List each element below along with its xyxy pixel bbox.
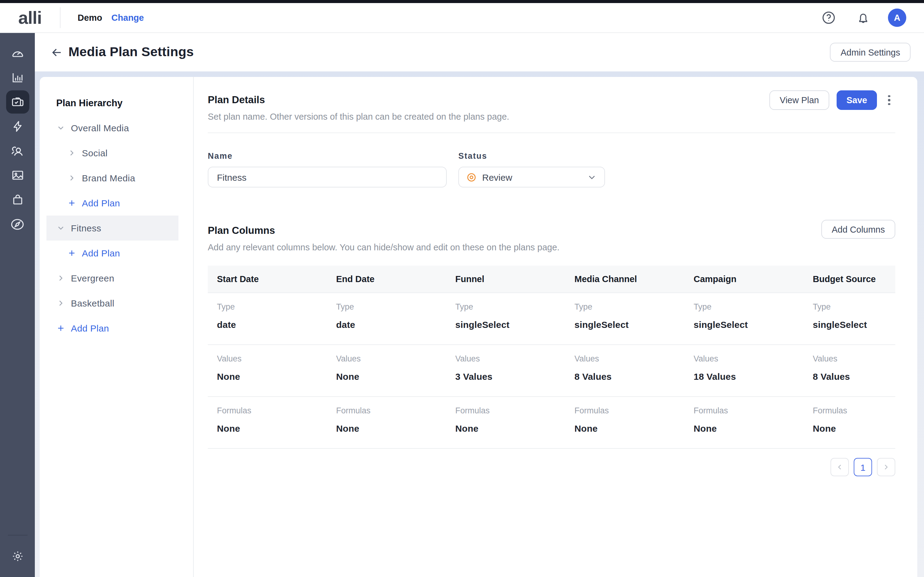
table-cell[interactable]: Type singleSelect bbox=[685, 293, 804, 344]
side-nav-bottom bbox=[0, 535, 35, 577]
user-avatar[interactable]: A bbox=[888, 8, 906, 27]
add-plan-button-root[interactable]: Add Plan bbox=[40, 316, 193, 341]
tree-item-social[interactable]: Social bbox=[40, 140, 193, 166]
save-button[interactable]: Save bbox=[837, 90, 877, 110]
table-cell[interactable]: Values 18 Values bbox=[685, 345, 804, 396]
pagination-page-1[interactable]: 1 bbox=[854, 458, 872, 476]
nav-settings[interactable] bbox=[5, 544, 30, 569]
column-header[interactable]: End Date bbox=[327, 266, 446, 292]
section-divider bbox=[208, 132, 895, 133]
chevron-left-icon bbox=[835, 463, 844, 471]
help-icon bbox=[821, 10, 836, 25]
name-field-group: Name Fitness bbox=[208, 152, 447, 187]
plan-hierarchy-title: Plan Hierarchy bbox=[56, 97, 193, 109]
status-value: Review bbox=[482, 172, 512, 182]
status-field-group: Status Review bbox=[458, 152, 605, 187]
table-cell[interactable]: Formulas None bbox=[446, 397, 565, 448]
kebab-icon bbox=[888, 95, 890, 97]
help-button[interactable] bbox=[821, 10, 837, 26]
pagination-next-button[interactable] bbox=[877, 458, 895, 476]
table-cell[interactable]: Formulas None bbox=[565, 397, 685, 448]
tree-item-label: Fitness bbox=[71, 223, 102, 233]
chevron-right-icon[interactable] bbox=[56, 274, 65, 283]
chevron-down-icon bbox=[587, 172, 597, 182]
add-columns-button[interactable]: Add Columns bbox=[821, 220, 895, 239]
column-header[interactable]: Budget Source bbox=[804, 266, 895, 292]
view-plan-button[interactable]: View Plan bbox=[769, 90, 829, 110]
add-plan-button-overall-media[interactable]: Add Plan bbox=[40, 190, 193, 216]
add-plan-button-fitness[interactable]: Add Plan bbox=[40, 240, 193, 266]
plan-details-header: Plan Details Set plan name. Other versio… bbox=[208, 93, 895, 122]
chevron-down-icon[interactable] bbox=[56, 224, 65, 233]
table-cell[interactable]: Formulas None bbox=[685, 397, 804, 448]
plan-columns-table: Start Date End Date Funnel Media Channel… bbox=[208, 266, 895, 449]
column-header[interactable]: Media Channel bbox=[565, 266, 685, 292]
column-header[interactable]: Funnel bbox=[446, 266, 565, 292]
topbar-actions: A bbox=[821, 8, 924, 27]
nav-activations[interactable] bbox=[5, 114, 30, 139]
table-cell[interactable]: Type singleSelect bbox=[446, 293, 565, 344]
plan-details-subtitle: Set plan name. Other versions of this pl… bbox=[208, 111, 509, 122]
nav-audiences[interactable] bbox=[5, 139, 30, 163]
chevron-right-icon[interactable] bbox=[67, 148, 76, 158]
column-header[interactable]: Start Date bbox=[208, 266, 327, 292]
add-plan-label: Add Plan bbox=[71, 323, 109, 334]
table-cell[interactable]: Formulas None bbox=[208, 397, 327, 448]
table-cell[interactable]: Values 8 Values bbox=[804, 345, 895, 396]
nav-commerce[interactable] bbox=[5, 187, 30, 212]
image-icon bbox=[10, 168, 25, 182]
plus-icon bbox=[56, 324, 65, 333]
name-input[interactable]: Fitness bbox=[208, 167, 447, 187]
shopping-bag-icon bbox=[10, 192, 25, 207]
status-select[interactable]: Review bbox=[458, 167, 605, 187]
logo-text: alli bbox=[18, 9, 42, 27]
pagination-prev-button[interactable] bbox=[830, 458, 849, 476]
side-nav-divider bbox=[8, 535, 27, 535]
app-root: alli Demo Change bbox=[0, 0, 924, 577]
table-pagination: 1 bbox=[208, 458, 895, 476]
tree-item-brand-media[interactable]: Brand Media bbox=[40, 166, 193, 190]
page-title: Media Plan Settings bbox=[68, 45, 194, 60]
table-cell[interactable]: Values 8 Values bbox=[565, 345, 685, 396]
back-arrow-icon bbox=[50, 45, 63, 59]
chevron-right-icon[interactable] bbox=[56, 298, 65, 308]
bar-chart-icon bbox=[10, 70, 25, 85]
status-label: Status bbox=[458, 152, 605, 161]
admin-settings-button[interactable]: Admin Settings bbox=[830, 43, 911, 62]
nav-dashboard[interactable] bbox=[5, 41, 30, 65]
table-cell[interactable]: Values None bbox=[208, 345, 327, 396]
table-cell[interactable]: Values None bbox=[327, 345, 446, 396]
tree-item-overall-media[interactable]: Overall Media bbox=[40, 115, 193, 140]
logo[interactable]: alli bbox=[0, 9, 60, 27]
nav-discover[interactable] bbox=[5, 212, 30, 236]
table-cell[interactable]: Formulas None bbox=[327, 397, 446, 448]
plan-hierarchy-panel: Plan Hierarchy Overall Media Social bbox=[40, 77, 194, 577]
back-button[interactable] bbox=[50, 45, 64, 60]
tree-item-basketball[interactable]: Basketball bbox=[40, 291, 193, 316]
tree-item-evergreen[interactable]: Evergreen bbox=[40, 266, 193, 291]
table-cell[interactable]: Formulas None bbox=[804, 397, 895, 448]
table-cell[interactable]: Type singleSelect bbox=[565, 293, 685, 344]
compass-icon bbox=[10, 216, 25, 232]
plan-columns-title: Plan Columns bbox=[208, 224, 559, 236]
plan-fields: Name Fitness Status bbox=[208, 152, 895, 187]
side-nav bbox=[0, 33, 35, 577]
chevron-right-icon[interactable] bbox=[67, 173, 76, 182]
nav-media-plans[interactable] bbox=[6, 90, 29, 114]
nav-reports[interactable] bbox=[5, 65, 30, 90]
column-header[interactable]: Campaign bbox=[685, 266, 804, 292]
page-background: Plan Hierarchy Overall Media Social bbox=[35, 71, 924, 577]
more-options-button[interactable] bbox=[883, 90, 895, 110]
chevron-down-icon[interactable] bbox=[56, 123, 65, 132]
tree-item-label: Social bbox=[82, 148, 108, 158]
tree-item-fitness[interactable]: Fitness bbox=[47, 216, 178, 240]
change-workspace-link[interactable]: Change bbox=[111, 13, 144, 23]
table-cell[interactable]: Type singleSelect bbox=[804, 293, 895, 344]
table-cell[interactable]: Type date bbox=[327, 293, 446, 344]
notifications-button[interactable] bbox=[855, 10, 871, 26]
add-plan-label: Add Plan bbox=[82, 248, 120, 258]
users-icon bbox=[10, 143, 25, 158]
nav-creative[interactable] bbox=[5, 163, 30, 187]
table-cell[interactable]: Type date bbox=[208, 293, 327, 344]
table-cell[interactable]: Values 3 Values bbox=[446, 345, 565, 396]
